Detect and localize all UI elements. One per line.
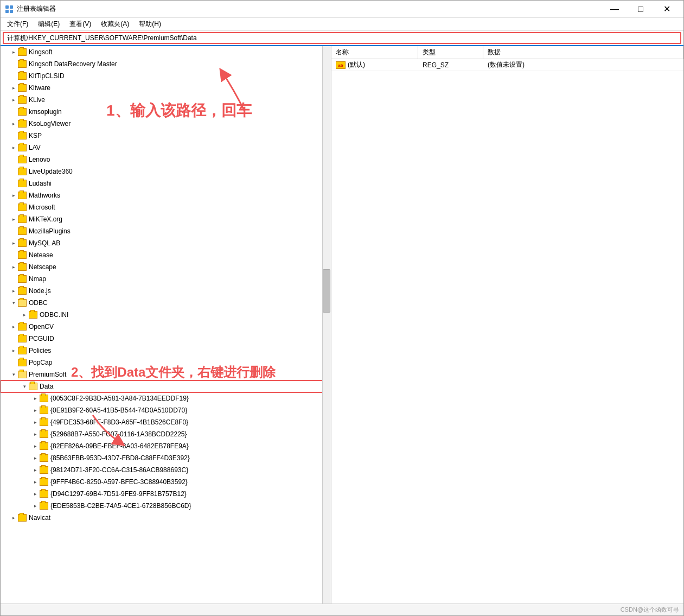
- expand-button[interactable]: ▸: [9, 48, 18, 56]
- tree-item[interactable]: ▸Kingsoft: [1, 46, 331, 58]
- tree-item[interactable]: ▾ODBC: [1, 297, 331, 309]
- tree-item[interactable]: PCGUID: [1, 333, 331, 345]
- expand-button[interactable]: ▸: [31, 501, 40, 510]
- tree-item[interactable]: ▸{98124D71-3F20-CC6A-C315-86ACB988693C}: [1, 464, 331, 476]
- expand-button[interactable]: [9, 155, 18, 164]
- tree-item[interactable]: ▸{D94C1297-69B4-7D51-9FE9-9FF81B757B12}: [1, 488, 331, 500]
- tree-item[interactable]: ▸OpenCV: [1, 321, 331, 333]
- tree-item-label: Microsoft: [29, 204, 327, 211]
- tree-scrollbar-thumb[interactable]: [323, 269, 330, 313]
- expand-button[interactable]: ▸: [31, 394, 40, 403]
- expand-button[interactable]: ▸: [9, 96, 18, 104]
- tree-item[interactable]: Kingsoft DataRecovery Master: [1, 58, 331, 70]
- tree-item[interactable]: ▸Node.js: [1, 285, 331, 297]
- tree-item[interactable]: Nmap: [1, 273, 331, 285]
- tree-item[interactable]: ▸{9FFF4B6C-8250-A597-BFEC-3C88940B3592}: [1, 476, 331, 488]
- expand-button[interactable]: ▾: [20, 382, 29, 391]
- expand-button[interactable]: ▸: [9, 191, 18, 200]
- tree-item[interactable]: MozillaPlugins: [1, 225, 331, 237]
- expand-button[interactable]: ▸: [9, 143, 18, 152]
- expand-button[interactable]: ▾: [9, 299, 18, 307]
- close-button[interactable]: ✕: [654, 1, 679, 18]
- expand-button[interactable]: [9, 131, 18, 140]
- expand-button[interactable]: ▸: [31, 490, 40, 498]
- tree-item[interactable]: ▸MySQL AB: [1, 237, 331, 249]
- tree-item[interactable]: ▸KLive: [1, 94, 331, 106]
- menu-favorites[interactable]: 收藏夹(A): [97, 18, 133, 30]
- tree-item[interactable]: ▸{85B63FBB-953D-43D7-FBD8-C88FF4D3E392}: [1, 452, 331, 464]
- minimize-button[interactable]: —: [602, 1, 627, 18]
- expand-button[interactable]: ▸: [31, 430, 40, 439]
- tree-item[interactable]: ▸{EDE5853B-C2BE-74A5-4CE1-6728B856BC6D}: [1, 500, 331, 512]
- address-input[interactable]: [3, 32, 681, 44]
- menu-file[interactable]: 文件(F): [3, 18, 33, 30]
- main-content: 1、输入该路径，回车 2、找到Data文件夹，右键进行删除: [1, 46, 683, 604]
- tree-item[interactable]: Ludashi: [1, 177, 331, 189]
- tree-item[interactable]: ▸{0E91B9F2-60A5-41B5-B544-74D0A510DD70}: [1, 404, 331, 416]
- expand-button[interactable]: [9, 179, 18, 188]
- tree-item[interactable]: ▸{0053C8F2-9B3D-A581-3A84-7B134EEDDF19}: [1, 392, 331, 404]
- tree-item[interactable]: ▾PremiumSoft: [1, 369, 331, 380]
- expand-button[interactable]: [9, 227, 18, 236]
- menu-help[interactable]: 帮助(H): [135, 18, 165, 30]
- tree-item[interactable]: PopCap: [1, 357, 331, 369]
- expand-button[interactable]: ▸: [31, 418, 40, 427]
- tree-item[interactable]: KitTipCLSID: [1, 70, 331, 82]
- expand-button[interactable]: ▸: [31, 478, 40, 486]
- tree-item[interactable]: Microsoft: [1, 201, 331, 213]
- expand-button[interactable]: [9, 107, 18, 116]
- expand-button[interactable]: [9, 203, 18, 212]
- tree-panel[interactable]: 1、输入该路径，回车 2、找到Data文件夹，右键进行删除: [1, 46, 331, 604]
- tree-item[interactable]: Lenovo: [1, 154, 331, 166]
- expand-button[interactable]: ▸: [31, 406, 40, 415]
- expand-button[interactable]: ▸: [9, 239, 18, 247]
- col-header-type[interactable]: 类型: [418, 46, 483, 59]
- expand-button[interactable]: ▸: [9, 119, 18, 128]
- tree-item[interactable]: kmsoplugin: [1, 106, 331, 118]
- expand-button[interactable]: ▸: [9, 263, 18, 271]
- expand-button[interactable]: [9, 72, 18, 80]
- tree-item[interactable]: ▸{49FDE353-68FF-F8D3-A65F-4B1B526CE8F0}: [1, 416, 331, 428]
- tree-item[interactable]: ▸KsoLogViewer: [1, 118, 331, 130]
- folder-icon: [18, 335, 27, 342]
- tree-item[interactable]: ▸Mathworks: [1, 189, 331, 201]
- menu-edit[interactable]: 编辑(E): [34, 18, 64, 30]
- tree-item[interactable]: ▸Policies: [1, 345, 331, 357]
- expand-button[interactable]: ▸: [9, 322, 18, 331]
- expand-button[interactable]: [9, 358, 18, 367]
- tree-item[interactable]: ▸{529688B7-A550-FC07-0116-1A38BCDD2225}: [1, 428, 331, 440]
- tree-item-label: Lenovo: [29, 156, 327, 163]
- expand-button[interactable]: [9, 334, 18, 343]
- expand-button[interactable]: [9, 275, 18, 283]
- expand-button[interactable]: ▸: [9, 84, 18, 92]
- expand-button[interactable]: [9, 167, 18, 176]
- expand-button[interactable]: ▸: [20, 310, 29, 319]
- tree-item[interactable]: Netease: [1, 249, 331, 261]
- tree-item[interactable]: ▸Kitware: [1, 82, 331, 94]
- col-header-name[interactable]: 名称: [331, 46, 418, 59]
- maximize-button[interactable]: □: [628, 1, 653, 18]
- tree-item[interactable]: ▸ODBC.INI: [1, 309, 331, 321]
- expand-button[interactable]: ▸: [31, 442, 40, 450]
- expand-button[interactable]: [9, 60, 18, 68]
- expand-button[interactable]: ▸: [31, 466, 40, 474]
- tree-item[interactable]: ▸LAV: [1, 142, 331, 154]
- expand-button[interactable]: ▸: [9, 346, 18, 355]
- tree-item[interactable]: ▸Navicat: [1, 512, 331, 524]
- expand-button[interactable]: ▸: [31, 454, 40, 462]
- expand-button[interactable]: ▸: [9, 513, 18, 522]
- expand-button[interactable]: ▸: [9, 287, 18, 295]
- expand-button[interactable]: [9, 251, 18, 259]
- detail-row[interactable]: ab (默认)REG_SZ(数值未设置): [331, 59, 683, 71]
- menu-view[interactable]: 查看(V): [65, 18, 95, 30]
- tree-scrollbar[interactable]: [322, 46, 331, 604]
- tree-item[interactable]: ▸MiKTeX.org: [1, 213, 331, 225]
- tree-item[interactable]: ▸Netscape: [1, 261, 331, 273]
- expand-button[interactable]: ▾: [9, 370, 18, 379]
- col-header-data[interactable]: 数据: [483, 46, 683, 59]
- tree-item[interactable]: ▸{82EF826A-09BE-FBEF-8A03-6482EB78FE9A}: [1, 440, 331, 452]
- tree-item[interactable]: KSP: [1, 130, 331, 142]
- tree-item[interactable]: LiveUpdate360: [1, 166, 331, 177]
- expand-button[interactable]: ▸: [9, 215, 18, 224]
- tree-item[interactable]: ▾Data: [1, 380, 331, 392]
